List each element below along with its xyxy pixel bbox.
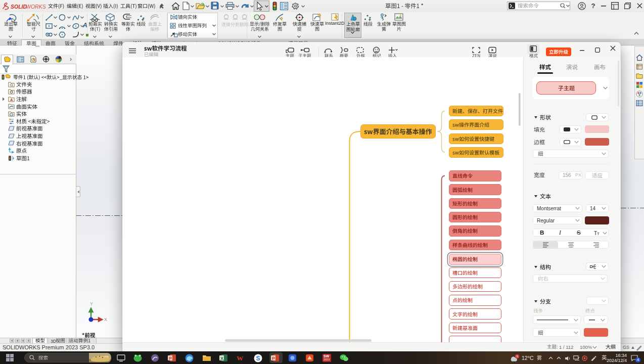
svg-text:P: P (169, 356, 172, 361)
svg-text:X: X (220, 356, 223, 361)
svg-text:SOLID: SOLID (11, 4, 27, 10)
svg-text:P: P (272, 356, 275, 361)
svg-text:A: A (10, 98, 13, 102)
svg-text:Y: Y (90, 301, 93, 306)
svg-text:S: S (256, 355, 260, 362)
svg-text:WORKS: WORKS (26, 4, 46, 10)
svg-text:X: X (104, 317, 107, 322)
